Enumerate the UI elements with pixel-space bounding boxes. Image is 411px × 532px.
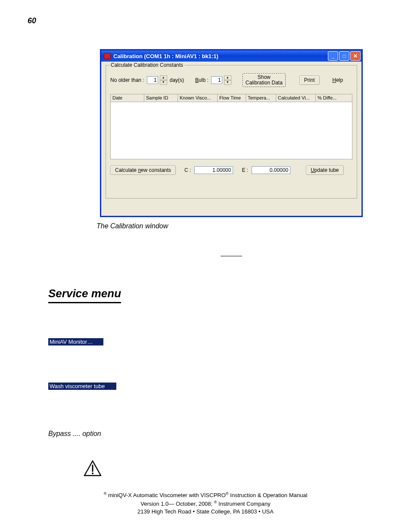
calibration-window: Calibration (COM1 1h : MiniAV1 : bk1:1) … bbox=[100, 49, 363, 217]
bypass-option-subheading: Bypass .... option bbox=[48, 430, 101, 438]
col-calculated-vi[interactable]: Calculated Vi... bbox=[276, 94, 316, 102]
miniav-monitor-menu-item: MiniAV Monitor… bbox=[48, 338, 103, 345]
window-title: Calibration (COM1 1h : MiniAV1 : bk1:1) bbox=[113, 53, 218, 59]
divider-line bbox=[221, 256, 242, 256]
bulb-label: Bulb : bbox=[195, 77, 209, 83]
help-button[interactable]: Help bbox=[331, 76, 345, 84]
e-label: E : bbox=[242, 167, 248, 173]
maximize-button[interactable]: □ bbox=[339, 51, 349, 61]
col-pct-diff[interactable]: % Diffe... bbox=[316, 94, 352, 102]
section-heading: Service menu bbox=[48, 287, 121, 303]
spin-up-icon[interactable]: ▲ bbox=[224, 75, 231, 80]
update-tube-button[interactable]: Update tube bbox=[306, 165, 343, 175]
no-older-than-input[interactable] bbox=[147, 76, 158, 84]
show-calibration-data-button[interactable]: ShowCalibration Data bbox=[243, 73, 286, 87]
close-button[interactable]: ✕ bbox=[350, 51, 361, 61]
spin-down-icon[interactable]: ▼ bbox=[160, 80, 167, 85]
calculate-new-constants-button[interactable]: Calculate new constants bbox=[110, 165, 176, 175]
app-icon bbox=[104, 53, 111, 59]
page-footer: ® miniQV-X Automatic Viscometer with VIS… bbox=[0, 491, 411, 516]
titlebar: Calibration (COM1 1h : MiniAV1 : bk1:1) … bbox=[101, 50, 361, 62]
e-constant-input[interactable] bbox=[252, 166, 290, 174]
bulb-spinner[interactable]: ▲▼ bbox=[224, 75, 231, 85]
days-spinner[interactable]: ▲▼ bbox=[160, 75, 167, 85]
page-number: 60 bbox=[28, 16, 36, 25]
spin-down-icon[interactable]: ▼ bbox=[224, 80, 231, 85]
days-label: day(s) bbox=[170, 77, 184, 83]
col-known-visco[interactable]: Known Visco... bbox=[178, 94, 218, 102]
col-temperature[interactable]: Tempera... bbox=[246, 94, 276, 102]
no-older-than-label: No older than : bbox=[110, 77, 144, 83]
col-sample-id[interactable]: Sample ID bbox=[144, 94, 178, 102]
c-label: C : bbox=[184, 167, 191, 173]
wash-viscometer-tube-menu-item: Wash viscometer tube bbox=[48, 383, 116, 390]
results-table-header: Date Sample ID Known Visco... Flow Time … bbox=[111, 94, 352, 102]
print-button[interactable]: Print bbox=[299, 75, 320, 85]
svg-point-2 bbox=[92, 473, 93, 474]
minimize-button[interactable]: _ bbox=[328, 51, 338, 61]
spin-up-icon[interactable]: ▲ bbox=[160, 75, 167, 80]
col-date[interactable]: Date bbox=[111, 94, 144, 102]
caution-icon bbox=[84, 460, 102, 476]
groupbox-label: Calculate Calibration Constants bbox=[109, 62, 184, 68]
c-constant-input[interactable] bbox=[194, 166, 233, 174]
bulb-input[interactable] bbox=[211, 76, 222, 84]
screenshot-caption: The Calibration window bbox=[97, 222, 168, 230]
col-flow-time[interactable]: Flow Time bbox=[218, 94, 246, 102]
calibration-constants-group: Calculate Calibration Constants No older… bbox=[106, 65, 357, 199]
